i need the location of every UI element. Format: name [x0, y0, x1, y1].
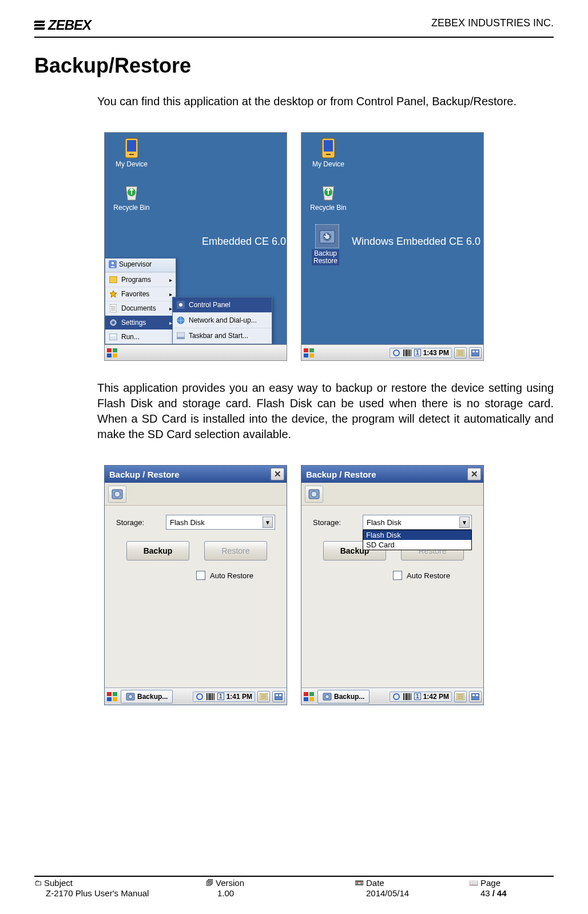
start-button[interactable]	[303, 348, 315, 358]
close-button[interactable]: ✕	[271, 468, 284, 480]
desktop-button[interactable]	[272, 691, 285, 702]
close-button[interactable]: ✕	[467, 468, 481, 480]
book-icon: 📖	[469, 879, 478, 887]
company-name: ZEBEX INDUSTRIES INC.	[431, 17, 554, 29]
svg-rect-55	[113, 697, 117, 701]
submenu-label: Network and Dial-up...	[189, 316, 257, 324]
sip-button[interactable]	[257, 691, 270, 702]
start-button[interactable]	[106, 692, 118, 702]
storage-option-flash[interactable]: Flash Disk	[363, 530, 471, 540]
restore-button[interactable]: Restore	[204, 541, 267, 561]
desktop-icon-recycle[interactable]: Recycle Bin	[303, 181, 354, 212]
submenu-taskbar[interactable]: Taskbar and Start...	[173, 328, 272, 344]
description-paragraph: This application provides you an easy wa…	[97, 380, 554, 442]
svg-rect-1	[127, 140, 136, 152]
desktop-icon-my-device[interactable]: My Device	[106, 137, 157, 168]
backup-button[interactable]: Backup	[126, 541, 189, 561]
desktop-icon-my-device[interactable]: My Device	[303, 137, 354, 168]
taskbar-clock: 1:43 PM	[423, 349, 449, 357]
start-button[interactable]	[303, 692, 315, 702]
auto-restore-checkbox[interactable]	[196, 571, 205, 580]
svg-rect-92	[472, 694, 475, 696]
chevron-right-icon: ▸	[169, 277, 172, 283]
pda-icon	[319, 137, 338, 159]
desktop-button[interactable]	[469, 347, 482, 359]
svg-rect-83	[406, 693, 407, 700]
svg-point-5	[112, 262, 114, 264]
chevron-right-icon: ▸	[169, 291, 172, 297]
taskbar-clock: 1:41 PM	[227, 693, 252, 701]
svg-rect-85	[409, 693, 410, 700]
svg-rect-27	[326, 154, 331, 155]
footer-label-subject: Subject	[44, 878, 73, 888]
taskbar	[105, 344, 287, 360]
desktop-icon-label: My Device	[312, 161, 344, 168]
svg-point-57	[129, 694, 133, 698]
svg-rect-21	[107, 348, 112, 352]
system-tray[interactable]: 1 1:42 PM	[390, 692, 452, 702]
storage-select[interactable]: Flash Disk ▼ Flash Disk SD Card	[363, 515, 472, 530]
footer-date: 2014/05/14	[366, 888, 409, 898]
taskbar-app-label: Backup...	[334, 693, 364, 701]
start-menu-header[interactable]: Supervisor	[105, 259, 176, 272]
footer-label-version: Version	[216, 878, 244, 888]
start-button[interactable]	[106, 348, 118, 358]
document-icon	[109, 304, 118, 313]
svg-rect-35	[309, 353, 314, 357]
svg-rect-34	[304, 353, 308, 357]
taskbar-app-button[interactable]: Backup...	[317, 690, 370, 704]
svg-rect-93	[476, 694, 478, 696]
disk-icon	[308, 488, 320, 500]
chevron-down-icon: ▼	[459, 516, 470, 528]
start-menu-header-label: Supervisor	[119, 260, 152, 268]
start-item-label: Programs	[121, 276, 151, 284]
start-item-programs[interactable]: Programs ▸	[105, 272, 176, 287]
lang-indicator-icon: 1	[414, 693, 421, 700]
svg-rect-41	[409, 349, 410, 356]
sip-button[interactable]	[454, 691, 467, 702]
storage-tool[interactable]	[305, 486, 323, 503]
storage-select-value: Flash Disk	[367, 518, 402, 527]
page-footer: 🗀Subject 🗐Version 📼Date 📖Page Z-2170 Plu…	[34, 876, 554, 898]
svg-rect-82	[405, 693, 406, 700]
star-icon	[109, 289, 118, 299]
taskbar-app-label: Backup...	[137, 693, 168, 701]
svg-rect-69	[275, 693, 283, 700]
storage-option-sd[interactable]: SD Card	[363, 540, 471, 550]
svg-rect-63	[212, 693, 213, 700]
svg-point-79	[325, 694, 329, 698]
shortcut-label: Backup Restore	[312, 249, 339, 265]
calendar-icon: 📼	[355, 879, 364, 887]
desktop-button[interactable]	[469, 691, 482, 702]
svg-rect-53	[113, 692, 117, 696]
auto-restore-checkbox[interactable]	[393, 571, 402, 580]
submenu-network[interactable]: Network and Dial-up...	[173, 313, 272, 328]
submenu-control-panel[interactable]: Control Panel	[173, 297, 272, 313]
svg-rect-23	[107, 353, 112, 357]
shortcut-backup-restore[interactable]	[315, 224, 339, 248]
svg-rect-54	[107, 697, 112, 701]
storage-select[interactable]: Flash Disk ▼	[166, 515, 275, 530]
svg-rect-76	[304, 697, 308, 701]
start-item-run[interactable]: Run...	[105, 329, 176, 344]
start-item-settings[interactable]: Settings ▸	[105, 315, 176, 329]
footer-subject: Z-2170 Plus User's Manual	[46, 888, 149, 898]
svg-rect-77	[309, 697, 314, 701]
start-item-label: Settings	[121, 319, 146, 327]
storage-tool[interactable]	[108, 486, 126, 503]
start-item-favorites[interactable]: Favorites ▸	[105, 287, 176, 301]
svg-rect-47	[471, 349, 479, 356]
start-menu: Supervisor Programs ▸ Favorites ▸ Docume…	[105, 258, 176, 344]
taskbar-clock: 1:42 PM	[423, 693, 449, 701]
taskbar-icon	[176, 331, 185, 340]
start-item-documents[interactable]: Documents ▸	[105, 301, 176, 315]
window-title: Backup / Restore	[109, 470, 180, 479]
taskbar-app-button[interactable]: Backup...	[121, 690, 173, 704]
start-item-label: Run...	[121, 333, 140, 341]
disk-icon	[323, 692, 332, 701]
os-watermark: Windows Embedded CE 6.0	[352, 236, 480, 248]
system-tray[interactable]: 1 1:41 PM	[193, 692, 255, 702]
system-tray[interactable]: 1 1:43 PM	[390, 348, 452, 358]
desktop-icon-recycle[interactable]: Recycle Bin	[106, 181, 157, 212]
sip-button[interactable]	[454, 347, 467, 359]
